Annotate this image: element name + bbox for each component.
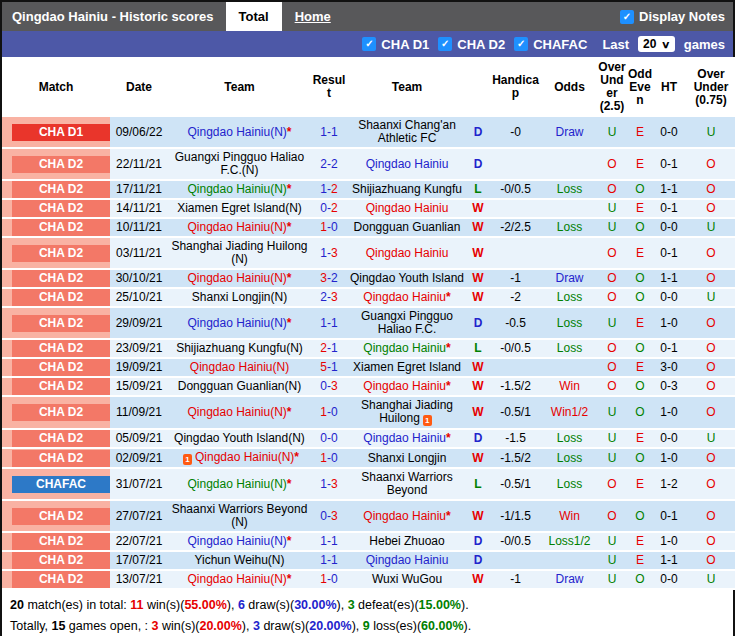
home-team-link[interactable]: Qingdao Youth Island(N) <box>174 431 305 445</box>
home-team-link[interactable]: Qingdao Hainiu(N) <box>195 450 294 464</box>
page-title: Qingdao Hainiu - Historic scores <box>2 2 226 31</box>
summary-line-2: Totally, 15 games open, : 3 win(s)(20.00… <box>10 617 723 636</box>
home-team-link[interactable]: Shanghai Jiading Huilong (N) <box>171 239 307 266</box>
home-team-link[interactable]: Qingdao Hainiu(N) <box>187 534 286 548</box>
away-team-asterisk: * <box>446 379 451 393</box>
last-games-select[interactable]: 20 <box>638 36 675 52</box>
away-team-link[interactable]: Shaanxi Chang'an Athletic FC <box>358 118 456 145</box>
league-badge: CHA D2 <box>12 430 110 447</box>
home-team-link[interactable]: Qingdao Hainiu(N) <box>187 316 286 330</box>
display-notes-checkbox[interactable] <box>620 10 634 24</box>
result-letter: W <box>467 396 489 429</box>
home-team-link[interactable]: Qingdao Hainiu(N) <box>187 271 286 285</box>
tab-home[interactable]: Home <box>282 2 344 31</box>
away-team-cell: Shijiazhuang Kungfu1* <box>347 180 467 199</box>
away-team-cell: Xiamen Egret Island1* <box>347 358 467 377</box>
away-team-link[interactable]: Qingdao Hainiu <box>363 379 446 393</box>
home-team-link[interactable]: Shaanxi Warriors Beyond (N) <box>172 502 308 529</box>
home-team-link[interactable]: Qingdao Hainiu(N) <box>190 360 289 374</box>
handicap-value: -0/0.5 <box>489 339 542 358</box>
match-date: 30/10/21 <box>110 269 168 288</box>
away-team-link[interactable]: Xiamen Egret Island <box>353 360 461 374</box>
home-team-link[interactable]: Yichun Weihu(N) <box>194 553 284 567</box>
home-team-link[interactable]: Qingdao Hainiu(N) <box>187 220 286 234</box>
away-team-link[interactable]: Qingdao Hainiu <box>366 553 449 567</box>
header-over-under-2-5: Over Under (2.5) <box>597 57 627 117</box>
chafac-checkbox[interactable] <box>514 37 528 51</box>
handicap-value: -1.5/2 <box>489 448 542 468</box>
home-team-link[interactable]: Qingdao Hainiu(N) <box>187 405 286 419</box>
home-team-asterisk: * <box>287 125 292 139</box>
header-odd-even: Odd Even <box>627 57 653 117</box>
away-team-asterisk: * <box>446 290 451 304</box>
home-team-asterisk: * <box>287 572 292 586</box>
full-time-score: 0-3 <box>311 500 347 532</box>
match-date: 02/09/21 <box>110 448 168 468</box>
away-team-link[interactable]: Qingdao Hainiu <box>363 431 446 445</box>
away-team-link[interactable]: Qingdao Hainiu <box>366 201 449 215</box>
home-team-link[interactable]: Qingdao Hainiu(N) <box>187 125 286 139</box>
match-date: 10/11/21 <box>110 218 168 237</box>
top-bar: Qingdao Hainiu - Historic scores Total H… <box>2 2 733 31</box>
result-letter: L <box>467 468 489 500</box>
home-team-link[interactable]: Qingdao Hainiu(N) <box>187 572 286 586</box>
cha-d2-checkbox[interactable] <box>438 37 452 51</box>
home-team-asterisk: * <box>287 405 292 419</box>
tab-total[interactable]: Total <box>226 2 282 31</box>
match-row: CHA D2 25/10/21 1Shanxi Longjin(N)* 2-3 … <box>2 288 735 307</box>
away-team-link[interactable]: Qingdao Hainiu <box>363 341 446 355</box>
full-time-score: 3-2 <box>311 269 347 288</box>
away-team-link[interactable]: Shaanxi Warriors Beyond <box>361 470 453 497</box>
away-team-link[interactable]: Shanghai Jiading Huilong <box>361 398 453 425</box>
over-under-2-5-value: O <box>597 377 627 396</box>
topbar-spacer <box>344 2 620 31</box>
away-team-link[interactable]: Qingdao Hainiu <box>366 246 449 260</box>
over-under-2-5-value: U <box>597 448 627 468</box>
home-team-link[interactable]: Shanxi Longjin(N) <box>192 290 287 304</box>
over-under-0-75-value: O <box>685 269 735 288</box>
half-time-score: 1-1 <box>653 551 685 570</box>
over-under-2-5-value: U <box>597 551 627 570</box>
games-label: games <box>684 37 725 52</box>
away-team-link[interactable]: Qingdao Hainiu <box>363 290 446 304</box>
home-team-link[interactable]: Qingdao Hainiu(N) <box>187 182 286 196</box>
over-under-2-5-value: O <box>597 180 627 199</box>
away-team-link[interactable]: Guangxi Pingguo Haliao F.C. <box>361 309 453 336</box>
away-team-link[interactable]: Hebei Zhuoao <box>369 534 444 548</box>
home-team-link[interactable]: Guangxi Pingguo Haliao F.C.(N) <box>175 150 304 177</box>
home-team-link[interactable]: Shijiazhuang Kungfu(N) <box>176 341 303 355</box>
over-under-2-5-value: O <box>597 148 627 180</box>
cha-d1-checkbox[interactable] <box>362 37 376 51</box>
home-team-link[interactable]: Dongguan Guanlian(N) <box>178 379 301 393</box>
match-date: 17/11/21 <box>110 180 168 199</box>
table-header: Match Date Team Result Team Handicap Odd… <box>2 57 735 117</box>
away-team-cell: Hebei Zhuoao1* <box>347 532 467 551</box>
handicap-value: -2 <box>489 288 542 307</box>
away-team-link[interactable]: Qingdao Hainiu <box>363 509 446 523</box>
full-time-score: 5-1 <box>311 358 347 377</box>
away-team-link[interactable]: Qingdao Hainiu <box>366 157 449 171</box>
home-team-asterisk: * <box>294 450 299 464</box>
match-row: CHAFAC 31/07/21 1Qingdao Hainiu(N)* 1-3 … <box>2 468 735 500</box>
home-team-cell: 1Shaanxi Warriors Beyond (N)* <box>168 500 311 532</box>
home-team-cell: 1Qingdao Hainiu(N)* <box>168 358 311 377</box>
home-team-link[interactable]: Xiamen Egret Island(N) <box>177 201 302 215</box>
full-time-score: 1-1 <box>311 307 347 339</box>
header-over-under-0-75: Over Under (0.75) <box>685 57 735 117</box>
home-team-link[interactable]: Qingdao Hainiu(N) <box>187 477 286 491</box>
league-badge: CHA D1 <box>12 124 110 141</box>
odd-even-value: O <box>627 500 653 532</box>
home-team-cell: 1Qingdao Hainiu(N)* <box>168 448 311 468</box>
away-team-link[interactable]: Dongguan Guanlian <box>354 220 461 234</box>
away-team-link[interactable]: Shanxi Longjin <box>368 451 447 465</box>
over-under-0-75-value: O <box>685 396 735 429</box>
half-time-score: 1-2 <box>653 468 685 500</box>
match-date: 22/07/21 <box>110 532 168 551</box>
away-team-link[interactable]: Qingdao Youth Island <box>350 271 464 285</box>
header-odds: Odds <box>542 57 597 117</box>
over-under-2-5-value: U <box>597 117 627 148</box>
league-badge: CHA D2 <box>12 245 110 262</box>
away-team-link[interactable]: Wuxi WuGou <box>372 572 442 586</box>
handicap-value: -2/2.5 <box>489 218 542 237</box>
away-team-link[interactable]: Shijiazhuang Kungfu <box>352 182 462 196</box>
